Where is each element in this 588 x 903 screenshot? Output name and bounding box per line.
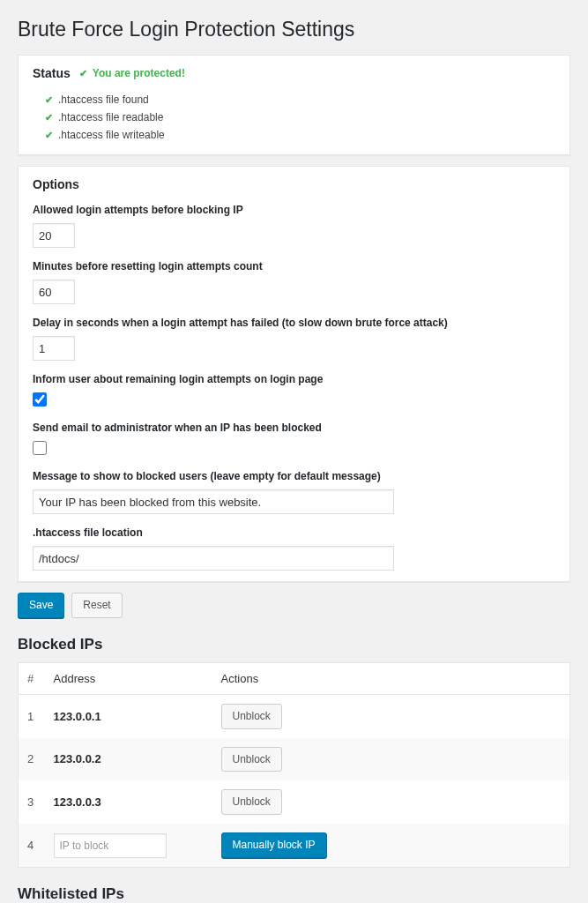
options-card: Options Allowed login attempts before bl… <box>18 166 570 582</box>
ip-to-block-input[interactable] <box>54 833 167 858</box>
col-actions: Actions <box>212 662 570 694</box>
row-address: 123.0.0.2 <box>45 738 212 781</box>
check-icon: ✔ <box>45 94 53 106</box>
row-index: 1 <box>19 694 45 737</box>
status-check-item: ✔.htaccess file readable <box>45 108 555 126</box>
reset-minutes-label: Minutes before resetting login attempts … <box>33 260 555 272</box>
reset-minutes-input[interactable] <box>33 280 75 304</box>
inform-user-checkbox[interactable] <box>33 392 47 407</box>
allowed-attempts-input[interactable] <box>33 223 75 248</box>
status-message: ✔You are protected! <box>79 67 185 79</box>
col-address: Address <box>45 662 212 694</box>
status-checks: ✔.htaccess file found ✔.htaccess file re… <box>33 91 555 144</box>
check-icon: ✔ <box>45 112 53 123</box>
status-label: Status <box>33 66 71 80</box>
blocked-ips-table: # Address Actions 1 123.0.0.1 Unblock 2 … <box>18 662 570 868</box>
table-row-new: 4 Manually block IP <box>19 824 570 867</box>
blocked-message-input[interactable] <box>33 489 394 514</box>
blocked-ips-title: Blocked IPs <box>18 636 570 653</box>
unblock-button[interactable]: Unblock <box>221 704 282 729</box>
page-title: Brute Force Login Protection Settings <box>18 18 570 41</box>
htaccess-label: .htaccess file location <box>33 526 555 539</box>
options-title: Options <box>33 177 555 191</box>
reset-button[interactable]: Reset <box>71 593 122 618</box>
whitelisted-ips-title: Whitelisted IPs <box>18 885 570 903</box>
table-row: 1 123.0.0.1 Unblock <box>19 694 570 737</box>
status-check-item: ✔.htaccess file writeable <box>45 126 555 144</box>
unblock-button[interactable]: Unblock <box>221 789 282 815</box>
check-icon: ✔ <box>79 68 87 79</box>
send-email-label: Send email to administrator when an IP h… <box>33 422 555 434</box>
status-card: Status ✔You are protected! ✔.htaccess fi… <box>18 55 570 155</box>
col-index: # <box>19 662 45 694</box>
row-index: 2 <box>19 738 45 781</box>
row-index: 3 <box>19 780 45 824</box>
delay-input[interactable] <box>33 336 75 361</box>
row-address: 123.0.0.1 <box>45 694 212 737</box>
table-row: 3 123.0.0.3 Unblock <box>19 780 570 824</box>
send-email-checkbox[interactable] <box>33 441 47 455</box>
htaccess-input[interactable] <box>33 546 394 571</box>
table-row: 2 123.0.0.2 Unblock <box>19 738 570 781</box>
unblock-button[interactable]: Unblock <box>221 747 282 772</box>
delay-label: Delay in seconds when a login attempt ha… <box>33 317 555 329</box>
inform-user-label: Inform user about remaining login attemp… <box>33 373 555 385</box>
save-button[interactable]: Save <box>18 593 64 618</box>
manually-block-button[interactable]: Manually block IP <box>221 832 327 858</box>
check-icon: ✔ <box>45 130 53 141</box>
row-address: 123.0.0.3 <box>45 780 212 824</box>
row-index: 4 <box>19 824 45 867</box>
options-actions: Save Reset <box>18 593 570 618</box>
status-check-item: ✔.htaccess file found <box>45 91 555 108</box>
allowed-attempts-label: Allowed login attempts before blocking I… <box>33 204 555 216</box>
blocked-message-label: Message to show to blocked users (leave … <box>33 470 555 482</box>
